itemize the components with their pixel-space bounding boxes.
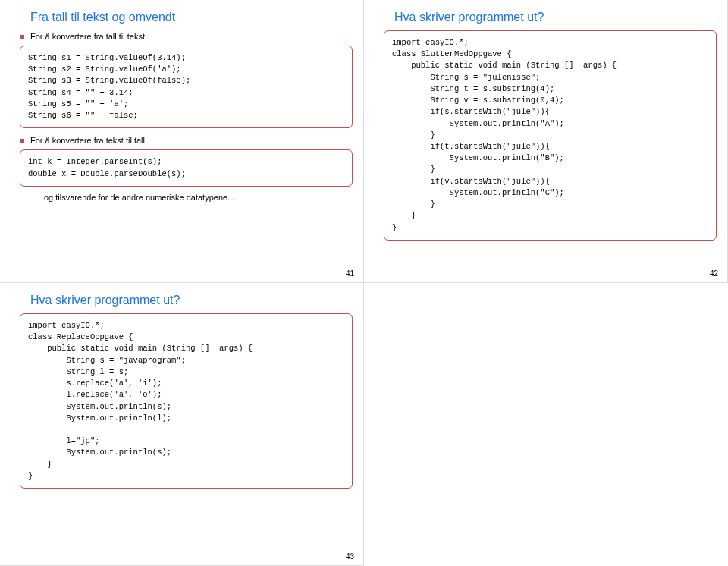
slide-empty <box>364 283 728 566</box>
bullet-text: For å konvertere fra tekst til tall: <box>30 136 353 145</box>
page-number: 43 <box>346 552 354 561</box>
slide-title: Hva skriver programmet ut? <box>30 294 353 307</box>
slide-42: Hva skriver programmet ut? import easyIO… <box>364 0 728 283</box>
slide-41: Fra tall til tekst og omvendt For å konv… <box>0 0 364 283</box>
note-text: og tilsvarende for de andre numeriske da… <box>44 193 353 202</box>
page-number: 41 <box>346 269 354 278</box>
code-block: import easyIO.*; class SlutterMedOppgave… <box>384 30 717 241</box>
code-block: String s1 = String.valueOf(3.14); String… <box>20 46 353 128</box>
page-number: 42 <box>710 269 718 278</box>
slide-title: Hva skriver programmet ut? <box>394 11 717 24</box>
bullet-text: For å konvertere fra tall til tekst: <box>30 32 353 41</box>
slide-title: Fra tall til tekst og omvendt <box>30 11 353 24</box>
code-block: int k = Integer.parseInt(s); double x = … <box>20 149 353 186</box>
code-block: import easyIO.*; class ReplaceOppgave { … <box>20 313 353 489</box>
slide-43: Hva skriver programmet ut? import easyIO… <box>0 283 364 566</box>
